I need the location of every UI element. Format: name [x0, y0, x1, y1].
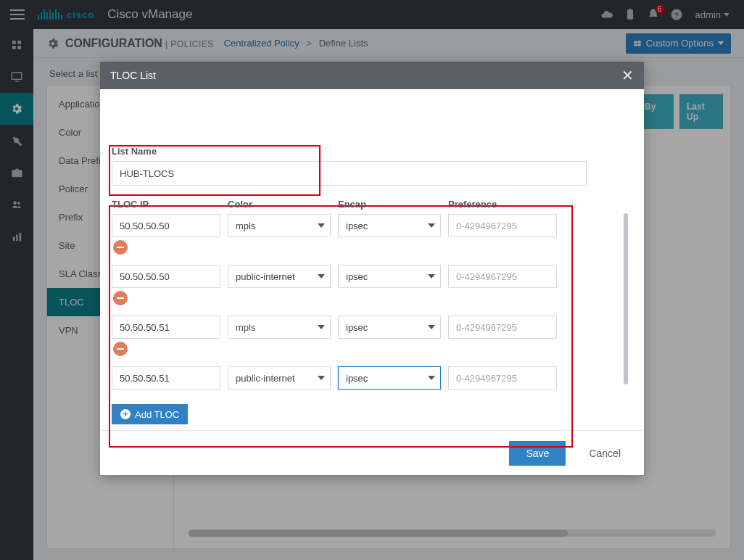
tloc-row	[112, 265, 613, 288]
plus-icon: +	[120, 409, 131, 419]
tloc-color-select[interactable]	[228, 316, 331, 339]
remove-tloc-button[interactable]	[113, 240, 128, 255]
cancel-button[interactable]: Cancel	[589, 448, 621, 459]
tloc-pref-input[interactable]	[448, 265, 557, 288]
remove-tloc-button[interactable]	[113, 291, 128, 305]
col-encap: Encap	[338, 199, 441, 210]
tloc-encap-select[interactable]	[338, 265, 441, 288]
minus-icon	[117, 247, 124, 248]
tloc-encap-select[interactable]	[338, 214, 441, 237]
modal-header: TLOC List ✕	[100, 62, 644, 89]
tloc-row	[112, 316, 613, 339]
modal-body: List Name TLOC IP Color Encap Preference…	[100, 89, 644, 430]
list-name-input[interactable]	[112, 161, 587, 186]
tloc-row	[112, 366, 613, 390]
tloc-ip-input[interactable]	[112, 265, 220, 288]
add-tloc-label: Add TLOC	[135, 409, 179, 420]
tloc-pref-input[interactable]	[448, 214, 557, 237]
tloc-color-select[interactable]	[228, 366, 331, 390]
tloc-rows-area: TLOC IP Color Encap Preference + Add TLO…	[112, 199, 632, 424]
tloc-ip-input[interactable]	[112, 316, 220, 339]
tloc-row	[112, 214, 613, 237]
col-tloc-ip: TLOC IP	[112, 199, 220, 210]
modal-footer: Save Cancel	[100, 430, 644, 475]
tloc-pref-input[interactable]	[448, 366, 557, 390]
tloc-color-select[interactable]	[228, 214, 331, 237]
col-color: Color	[228, 199, 331, 210]
save-button[interactable]: Save	[509, 441, 566, 466]
modal-title: TLOC List	[110, 70, 156, 81]
col-preference: Preference	[448, 199, 557, 210]
tloc-ip-input[interactable]	[112, 366, 220, 390]
tloc-pref-input[interactable]	[448, 316, 557, 339]
minus-icon	[117, 348, 124, 350]
tloc-color-select[interactable]	[228, 265, 331, 288]
tloc-encap-select[interactable]	[338, 366, 441, 390]
vertical-scrollbar[interactable]	[624, 213, 628, 384]
list-name-label: List Name	[112, 144, 632, 157]
close-icon[interactable]: ✕	[621, 68, 634, 83]
minus-icon	[117, 297, 124, 299]
add-tloc-button[interactable]: + Add TLOC	[112, 404, 188, 424]
remove-tloc-button[interactable]	[113, 342, 128, 356]
tloc-ip-input[interactable]	[112, 214, 220, 237]
tloc-encap-select[interactable]	[338, 316, 441, 339]
tloc-list-modal: TLOC List ✕ List Name TLOC IP Color Enca…	[100, 62, 644, 475]
